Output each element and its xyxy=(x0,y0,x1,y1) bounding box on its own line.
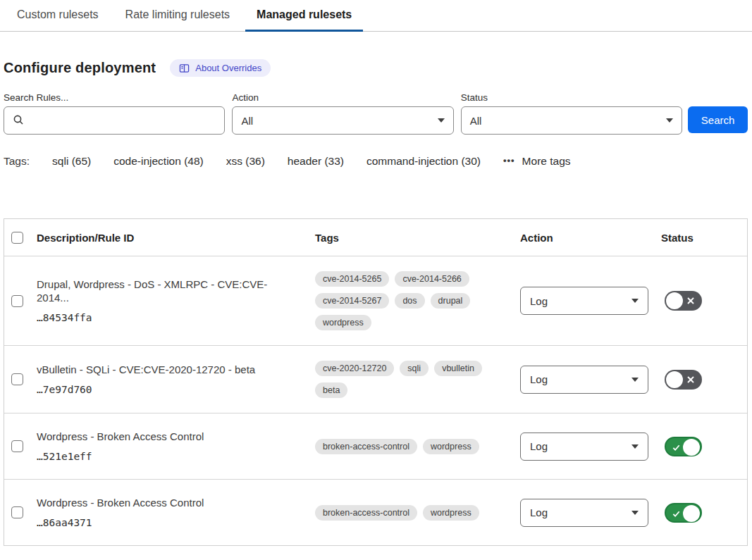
search-input-box[interactable] xyxy=(4,106,225,135)
table-header-row: Description/Rule ID Tags Action Status xyxy=(4,219,747,256)
rule-id: …7e97d760 xyxy=(37,384,315,395)
column-header-description: Description/Rule ID xyxy=(37,232,315,244)
row-checkbox[interactable] xyxy=(11,373,23,385)
tag-pill: dos xyxy=(395,293,424,309)
tag-pill: cve-2014-5267 xyxy=(315,293,389,309)
action-filter-label: Action xyxy=(232,92,453,103)
chevron-down-icon xyxy=(666,118,673,123)
column-header-action: Action xyxy=(520,232,661,244)
tag-pill: broken-access-control xyxy=(315,505,417,521)
action-select[interactable]: Log xyxy=(520,287,648,315)
rule-description: Drupal, Wordpress - DoS - XMLRPC - CVE:C… xyxy=(37,278,315,305)
tag-pill: wordpress xyxy=(423,439,479,454)
tag-pill: sqli xyxy=(400,361,429,376)
tag-pill: wordpress xyxy=(315,315,371,330)
search-icon xyxy=(13,114,24,127)
toggle-knob xyxy=(666,371,683,388)
table-row: Wordpress - Broken Access Control …86aa4… xyxy=(4,479,747,545)
tab-managed-rulesets[interactable]: Managed rulesets xyxy=(245,0,363,32)
rule-description: Wordpress - Broken Access Control xyxy=(37,430,315,444)
status-filter-value: All xyxy=(470,115,482,127)
action-select-value: Log xyxy=(530,295,548,307)
about-overrides-label: About Overrides xyxy=(195,63,261,73)
tag-filter-code-injection[interactable]: code-injection (48) xyxy=(113,155,204,168)
search-button[interactable]: Search xyxy=(688,106,748,133)
action-select[interactable]: Log xyxy=(520,499,648,527)
column-header-status: Status xyxy=(661,232,747,244)
tags-bar: Tags: sqli (65) code-injection (48) xss … xyxy=(4,155,748,168)
search-rules-label: Search Rules... xyxy=(4,92,225,103)
rule-description: vBulletin - SQLi - CVE:CVE-2020-12720 - … xyxy=(37,363,315,377)
rule-tags: broken-access-controlwordpress xyxy=(315,439,491,454)
tag-pill: vbulletin xyxy=(434,361,482,376)
tags-label: Tags: xyxy=(4,155,30,168)
toggle-knob xyxy=(683,505,700,522)
managed-rulesets-page: Custom rulesets Rate limiting rulesets M… xyxy=(0,0,752,560)
column-header-tags: Tags xyxy=(315,232,520,244)
tag-pill: cve-2014-5266 xyxy=(395,271,469,287)
row-checkbox[interactable] xyxy=(11,295,23,307)
toggle-knob xyxy=(683,439,700,456)
more-tags-label: More tags xyxy=(522,155,571,168)
search-rules-input[interactable] xyxy=(30,115,216,127)
tab-rate-limiting-rulesets[interactable]: Rate limiting rulesets xyxy=(114,0,242,32)
page-title: Configure deployment xyxy=(4,60,156,76)
chevron-down-icon xyxy=(631,378,639,382)
rules-table: Description/Rule ID Tags Action Status D… xyxy=(4,218,748,546)
status-filter-label: Status xyxy=(461,92,682,103)
rule-id: …86aa4371 xyxy=(37,517,315,528)
action-select-value: Log xyxy=(530,506,548,518)
more-tags-button[interactable]: ••• More tags xyxy=(503,155,571,168)
chevron-down-icon xyxy=(438,118,445,123)
table-row: vBulletin - SQLi - CVE:CVE-2020-12720 - … xyxy=(4,345,747,413)
chevron-down-icon xyxy=(631,299,639,303)
tab-custom-rulesets[interactable]: Custom rulesets xyxy=(6,0,110,32)
row-checkbox[interactable] xyxy=(11,440,23,452)
rule-tags: cve-2014-5265cve-2014-5266cve-2014-5267d… xyxy=(315,271,491,330)
status-filter-select[interactable]: All xyxy=(461,106,682,135)
rule-id: …84534ffa xyxy=(37,312,315,323)
table-body: Drupal, Wordpress - DoS - XMLRPC - CVE:C… xyxy=(4,256,747,545)
tag-pill: beta xyxy=(315,382,347,398)
tag-filter-xss[interactable]: xss (36) xyxy=(226,155,265,168)
tag-pill: wordpress xyxy=(423,505,479,521)
tag-pill: cve-2020-12720 xyxy=(315,361,394,376)
rule-tags: cve-2020-12720sqlivbulletinbeta xyxy=(315,361,491,398)
about-overrides-link[interactable]: About Overrides xyxy=(170,59,271,77)
tag-filter-header[interactable]: header (33) xyxy=(288,155,344,168)
ellipsis-icon: ••• xyxy=(503,155,515,166)
action-select[interactable]: Log xyxy=(520,433,648,461)
table-row: Drupal, Wordpress - DoS - XMLRPC - CVE:C… xyxy=(4,256,747,345)
status-toggle[interactable] xyxy=(665,291,702,311)
rule-description: Wordpress - Broken Access Control xyxy=(37,497,315,510)
ruleset-tabs: Custom rulesets Rate limiting rulesets M… xyxy=(0,0,752,32)
tag-filter-command-injection[interactable]: command-injection (30) xyxy=(366,155,481,168)
action-select[interactable]: Log xyxy=(520,366,648,394)
rule-tags: broken-access-controlwordpress xyxy=(315,505,491,521)
tag-pill: cve-2014-5265 xyxy=(315,271,389,287)
action-filter-value: All xyxy=(241,115,253,127)
tag-pill: drupal xyxy=(431,293,471,309)
row-checkbox[interactable] xyxy=(11,506,23,518)
heading-row: Configure deployment About Overrides xyxy=(4,59,748,77)
book-icon xyxy=(179,63,190,73)
status-toggle[interactable] xyxy=(665,370,702,390)
tag-filter-sqli[interactable]: sqli (65) xyxy=(52,155,91,168)
chevron-down-icon xyxy=(631,511,639,515)
chevron-down-icon xyxy=(631,444,639,449)
filters-bar: Search Rules... Action All xyxy=(4,92,748,135)
status-toggle[interactable] xyxy=(665,503,702,523)
tag-pill: broken-access-control xyxy=(315,439,417,454)
status-toggle[interactable] xyxy=(665,437,702,456)
action-select-value: Log xyxy=(530,440,548,452)
action-filter-select[interactable]: All xyxy=(232,106,453,135)
toggle-knob xyxy=(666,292,683,309)
select-all-checkbox[interactable] xyxy=(11,232,23,244)
table-row: Wordpress - Broken Access Control …521e1… xyxy=(4,413,747,479)
action-select-value: Log xyxy=(530,373,548,385)
rule-id: …521e1eff xyxy=(37,451,315,462)
